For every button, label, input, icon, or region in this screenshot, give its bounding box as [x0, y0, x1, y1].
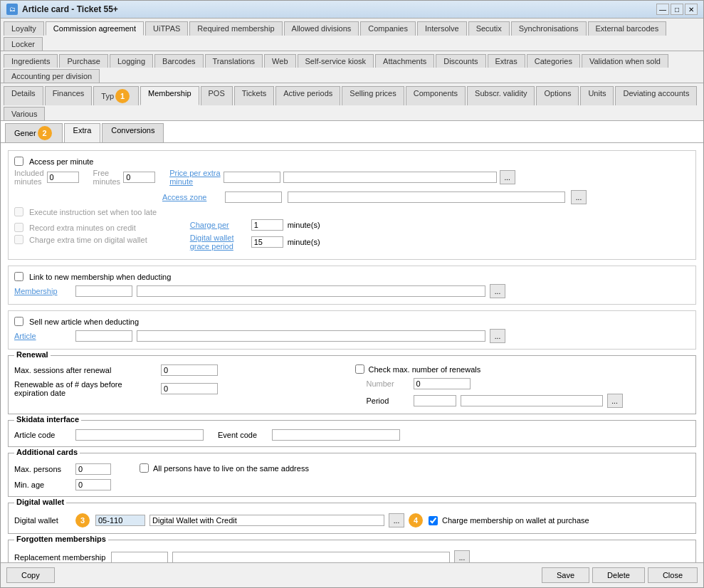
- digital-wallet-browse[interactable]: ...: [389, 513, 404, 527]
- membership-label[interactable]: Membership: [14, 287, 71, 295]
- tab-loyalty[interactable]: Loyalty: [4, 21, 44, 36]
- membership-name-input[interactable]: [137, 285, 485, 297]
- price-per-extra-minute-browse[interactable]: ...: [500, 170, 515, 184]
- tab-commission[interactable]: Commission agreement: [46, 21, 144, 36]
- renewal-title: Renewal: [14, 350, 51, 359]
- same-address-checkbox[interactable]: [140, 463, 149, 473]
- delete-button[interactable]: Delete: [592, 567, 645, 583]
- price-per-extra-minute-input1[interactable]: [224, 172, 280, 183]
- tab-extras[interactable]: Extras: [488, 54, 525, 68]
- max-persons-input[interactable]: [75, 463, 111, 475]
- period-input1[interactable]: [414, 395, 456, 406]
- number-input[interactable]: [414, 378, 471, 389]
- free-minutes-input[interactable]: [123, 172, 155, 183]
- footer-left: Copy: [6, 567, 55, 583]
- max-sessions-input[interactable]: [161, 364, 218, 376]
- tab-companies[interactable]: Companies: [360, 21, 416, 36]
- access-per-minute-checkbox[interactable]: [14, 157, 23, 166]
- tab-tickets[interactable]: Tickets: [234, 86, 274, 105]
- check-max-renewals-checkbox[interactable]: [355, 364, 364, 374]
- access-zone-browse[interactable]: ...: [571, 190, 587, 204]
- tab-ingredients[interactable]: Ingredients: [4, 54, 58, 68]
- link-membership-checkbox[interactable]: [14, 272, 23, 281]
- tab-pos[interactable]: POS: [201, 86, 233, 105]
- inner-tab-conversions[interactable]: Conversions: [102, 123, 164, 142]
- inner-tab-general[interactable]: Gener 2: [5, 123, 63, 142]
- tab-translations[interactable]: Translations: [205, 54, 263, 68]
- charge-membership-checkbox[interactable]: [429, 516, 438, 525]
- skidata-event-code-input[interactable]: [272, 429, 400, 441]
- membership-browse[interactable]: ...: [490, 284, 505, 298]
- sell-article-checkbox[interactable]: [14, 317, 23, 326]
- replacement-membership-code-input[interactable]: [111, 552, 168, 562]
- minimize-button[interactable]: —: [656, 4, 669, 15]
- price-per-extra-minute-label[interactable]: Price per extraminute: [169, 169, 221, 186]
- charge-per-input[interactable]: [251, 219, 283, 231]
- tab-active-periods[interactable]: Active periods: [275, 86, 340, 105]
- access-zone-input2[interactable]: [288, 191, 565, 203]
- tab-uitpas[interactable]: UiTPAS: [145, 21, 188, 36]
- save-button[interactable]: Save: [542, 567, 589, 583]
- tab-synchronisations[interactable]: Synchronisations: [511, 21, 587, 36]
- tab-purchase[interactable]: Purchase: [59, 54, 107, 68]
- replacement-membership-name-input[interactable]: [172, 552, 450, 562]
- tab-subscr-validity[interactable]: Subscr. validity: [467, 86, 535, 105]
- article-browse[interactable]: ...: [490, 329, 505, 343]
- tab-barcodes[interactable]: Barcodes: [154, 54, 203, 68]
- tab-membership[interactable]: Membership: [140, 86, 199, 105]
- inner-tab-general-label: Gener: [14, 129, 36, 137]
- digital-wallet-name-input[interactable]: [149, 515, 384, 526]
- access-zone-label[interactable]: Access zone: [162, 193, 219, 201]
- tab-units[interactable]: Units: [580, 86, 614, 105]
- charge-per-label[interactable]: Charge per: [190, 221, 247, 229]
- tab-allowed-divisions[interactable]: Allowed divisions: [284, 21, 359, 36]
- inner-tab-extra[interactable]: Extra: [64, 123, 101, 142]
- tab-categories[interactable]: Categories: [527, 54, 580, 68]
- tab-deviating-accounts[interactable]: Deviating accounts: [615, 86, 697, 105]
- tab-various[interactable]: Various: [4, 107, 45, 120]
- forgotten-memberships-section: Forgotten memberships Replacement member…: [8, 540, 696, 562]
- tab-secutix[interactable]: Secutix: [468, 21, 510, 36]
- tab-external-barcodes[interactable]: External barcodes: [588, 21, 667, 36]
- article-code-input[interactable]: [75, 330, 132, 342]
- record-extra-minutes-checkbox[interactable]: [14, 223, 23, 232]
- tab-validation-when-sold[interactable]: Validation when sold: [582, 54, 668, 68]
- article-name-input[interactable]: [137, 330, 485, 342]
- close-window-button[interactable]: ✕: [685, 4, 698, 15]
- period-input2[interactable]: [461, 395, 603, 406]
- renewable-days-input[interactable]: [161, 383, 218, 394]
- tab-attachments[interactable]: Attachments: [375, 54, 434, 68]
- tab-self-service-kiosk[interactable]: Self-service kiosk: [298, 54, 374, 68]
- tab-web[interactable]: Web: [264, 54, 295, 68]
- tab-typ[interactable]: Typ 1: [93, 86, 139, 105]
- access-zone-input1[interactable]: [225, 191, 282, 203]
- digital-wallet-grace-input[interactable]: [251, 236, 283, 248]
- tab-selling-prices[interactable]: Selling prices: [342, 86, 404, 105]
- tab-logging[interactable]: Logging: [110, 54, 153, 68]
- tab-required-membership[interactable]: Required membership: [189, 21, 282, 36]
- skidata-article-code-input[interactable]: [75, 429, 204, 441]
- min-age-input[interactable]: [75, 479, 111, 490]
- tab-locker[interactable]: Locker: [4, 37, 43, 51]
- tab-intersolve[interactable]: Intersolve: [417, 21, 467, 36]
- tab-discounts[interactable]: Discounts: [436, 54, 485, 68]
- execute-instruction-checkbox[interactable]: [14, 207, 23, 216]
- digital-wallet-code-input[interactable]: [95, 515, 145, 526]
- price-per-extra-minute-input2[interactable]: [283, 172, 497, 183]
- article-label[interactable]: Article: [14, 332, 71, 340]
- membership-code-input[interactable]: [75, 285, 132, 297]
- tab-details[interactable]: Details: [4, 86, 43, 105]
- tab-accounting-per-division[interactable]: Accounting per division: [4, 69, 100, 83]
- tab-components[interactable]: Components: [406, 86, 466, 105]
- tab-finances[interactable]: Finances: [45, 86, 93, 105]
- tab-options[interactable]: Options: [536, 86, 579, 105]
- restore-button[interactable]: □: [671, 4, 683, 15]
- copy-button[interactable]: Copy: [6, 567, 55, 583]
- charge-extra-time-checkbox[interactable]: [14, 235, 23, 244]
- digital-wallet-grace-label[interactable]: Digital walletgrace period: [190, 233, 247, 251]
- close-button[interactable]: Close: [648, 567, 698, 583]
- period-browse[interactable]: ...: [607, 394, 623, 408]
- replacement-membership-browse[interactable]: ...: [454, 550, 470, 562]
- included-minutes-input[interactable]: [47, 172, 79, 183]
- check-max-renewals-label: Check max. number of renewals: [369, 365, 481, 374]
